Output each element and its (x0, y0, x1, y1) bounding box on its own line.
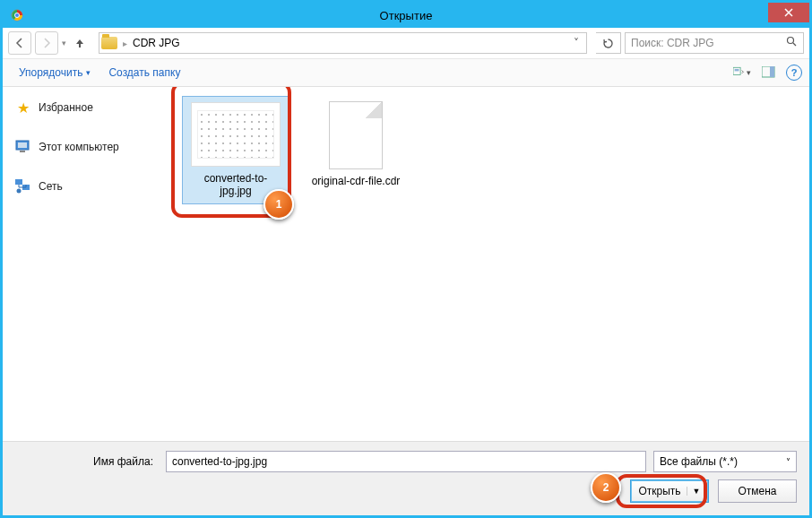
file-icon (329, 101, 383, 169)
search-placeholder: Поиск: CDR JPG (631, 37, 714, 49)
titlebar: Открытие (3, 3, 809, 28)
address-dropdown-icon[interactable]: ˅ (568, 37, 584, 49)
sidebar-item-favorites[interactable]: ★ Избранное (12, 94, 164, 121)
close-button[interactable] (768, 3, 809, 22)
svg-rect-4 (735, 69, 739, 71)
help-button[interactable]: ? (786, 65, 802, 81)
file-list[interactable]: converted-to-jpg.jpg 1 original-cdr-file… (173, 87, 809, 441)
chevron-down-icon: ˅ (786, 457, 790, 467)
app-icon (10, 8, 24, 22)
svg-rect-9 (20, 151, 25, 152)
annotation-callout-1: 1 (263, 189, 294, 220)
organize-menu[interactable]: Упорядочить ▾ (10, 63, 99, 82)
file-type-filter[interactable]: Все файлы (*.*) ˅ (653, 451, 797, 472)
folder-icon (101, 37, 117, 49)
file-item-selected[interactable]: converted-to-jpg.jpg 1 (182, 96, 289, 204)
recent-dropdown-icon[interactable]: ▾ (62, 39, 66, 47)
svg-point-12 (17, 189, 22, 194)
filename-input[interactable] (166, 451, 646, 472)
file-item[interactable]: original-cdr-file.cdr (302, 96, 410, 193)
preview-pane-button[interactable] (759, 63, 779, 82)
open-button[interactable]: Открыть ▼ (630, 479, 709, 503)
sidebar: ★ Избранное Этот компьютер Сеть (3, 87, 173, 441)
svg-point-1 (15, 13, 20, 18)
search-icon (786, 36, 798, 50)
content-area: ★ Избранное Этот компьютер Сеть (3, 87, 809, 441)
address-bar[interactable]: ▸ CDR JPG ˅ (99, 32, 587, 54)
dialog-footer: Имя файла: Все файлы (*.*) ˅ 2 Открыть ▼… (3, 441, 809, 515)
new-folder-button[interactable]: Создать папку (99, 63, 189, 82)
open-label: Открыть (638, 485, 680, 497)
svg-rect-6 (770, 66, 774, 77)
split-button-caret-icon[interactable]: ▼ (687, 487, 701, 496)
toolbar: Упорядочить ▾ Создать папку ▾ ? (3, 58, 809, 87)
up-button[interactable] (70, 33, 90, 53)
annotation-callout-2: 2 (591, 472, 621, 503)
sidebar-item-computer[interactable]: Этот компьютер (12, 134, 164, 160)
svg-rect-8 (18, 142, 27, 148)
sidebar-label-network: Сеть (39, 180, 63, 193)
star-icon: ★ (15, 99, 31, 116)
breadcrumb-folder[interactable]: CDR JPG (133, 37, 180, 49)
forward-button[interactable] (35, 31, 58, 55)
filter-value: Все файлы (*.*) (660, 455, 738, 468)
network-icon (15, 178, 31, 194)
file-name: original-cdr-file.cdr (312, 175, 401, 187)
svg-point-2 (788, 38, 794, 44)
chevron-right-icon: ▸ (123, 39, 127, 48)
cancel-label: Отмена (738, 485, 776, 497)
new-folder-label: Создать папку (108, 66, 180, 79)
svg-rect-10 (15, 179, 22, 185)
organize-label: Упорядочить (19, 66, 82, 79)
sidebar-label-favorites: Избранное (39, 101, 93, 114)
filename-label: Имя файла: (15, 455, 159, 468)
refresh-button[interactable] (596, 32, 621, 54)
cancel-button[interactable]: Отмена (718, 479, 797, 503)
sidebar-label-computer: Этот компьютер (39, 141, 119, 153)
chevron-down-icon: ▾ (86, 68, 91, 77)
file-thumbnail (191, 102, 281, 167)
search-input[interactable]: Поиск: CDR JPG (625, 32, 804, 54)
dialog-title: Открытие (380, 9, 433, 22)
back-button[interactable] (8, 31, 31, 55)
dialog-body: ▾ ▸ CDR JPG ˅ Поиск: CDR JPG У (3, 28, 809, 515)
file-open-dialog: Открытие ▾ ▸ CDR JPG ˅ (0, 0, 812, 518)
view-options-button[interactable]: ▾ (732, 63, 752, 82)
computer-icon (15, 139, 31, 155)
sidebar-item-network[interactable]: Сеть (12, 173, 164, 200)
navigation-bar: ▾ ▸ CDR JPG ˅ Поиск: CDR JPG (3, 28, 809, 58)
